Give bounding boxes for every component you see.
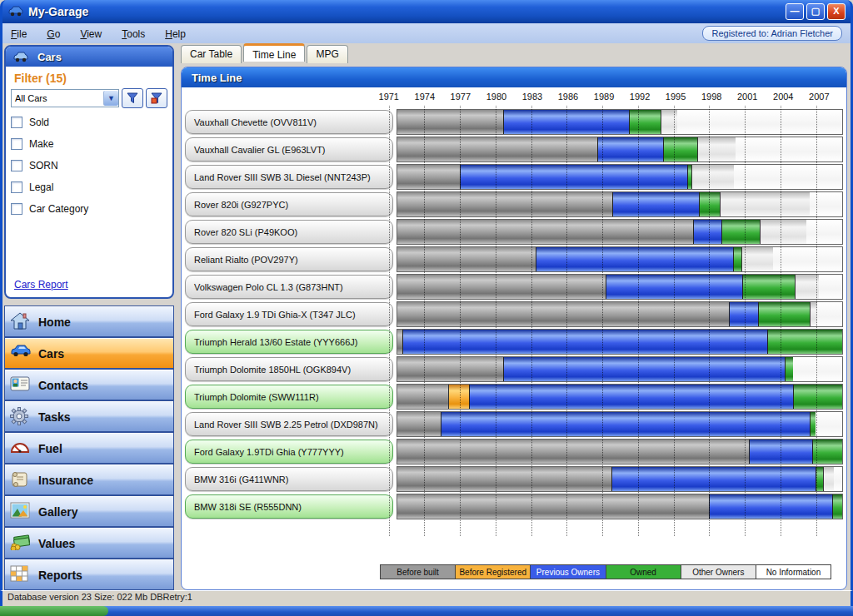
nav-label: Contacts [38,379,88,392]
segment-other-owners [697,137,737,161]
restore-button[interactable]: ▢ [806,3,825,20]
checkbox-icon[interactable] [11,160,22,171]
car-row-label[interactable]: BMW 316i (G411WNR) [185,467,393,491]
clear-filter-button[interactable] [146,88,167,108]
segment-previous-owners [693,220,722,244]
segment-no-information [819,275,842,299]
home-icon [10,312,32,332]
segment-previous-owners [503,110,629,134]
segment-before-built [397,302,729,326]
nav-reports[interactable]: Reports [5,559,173,589]
minimize-button[interactable]: — [786,3,804,20]
nav-label: Cars [38,347,64,360]
timeline-row: BMW 318i SE (R555DNN) [182,493,846,520]
cars-panel-header: Cars [6,47,172,67]
segment-previous-owners [612,192,699,216]
car-row-label[interactable]: Ford Galaxy 1.9 TDi Ghia-X (T347 JLC) [185,302,393,326]
year-tick-label: 1998 [701,92,721,102]
apply-filter-button[interactable] [122,88,143,108]
segment-previous-owners [749,440,813,464]
chevron-down-icon[interactable]: ▼ [103,91,118,106]
car-row-label[interactable]: Reliant Rialto (POV297Y) [185,247,393,271]
car-timeline-bar [397,164,843,190]
nav-insurance[interactable]: Insurance [5,464,173,494]
car-row-label[interactable]: BMW 318i SE (R555DNN) [185,494,393,519]
year-tick-label: 2004 [773,92,793,102]
segment-before-built [397,467,611,491]
car-row-label[interactable]: Land Rover SIII SWB 3L Diesel (NNT243P) [185,165,393,189]
car-row-label[interactable]: Volkswagen Polo CL 1.3 (G873HNT) [185,275,393,299]
tab-mpg[interactable]: MPG [307,45,347,63]
nav-gallery[interactable]: Gallery [5,496,173,526]
segment-no-information [677,110,842,134]
segment-no-information [734,165,842,189]
filter-dropdown[interactable]: All Cars ▼ [11,89,119,107]
legend-before-built: Before built [381,565,456,579]
segment-previous-owners [536,247,734,271]
car-row-label[interactable]: Triumph Dolomite (SWW111R) [185,385,393,409]
menu-help[interactable]: Help [165,28,186,40]
car-row-label[interactable]: Triumph Herald 13/60 Estate (YYY666J) [185,330,393,354]
legend-owned: Owned [606,565,681,579]
menu-tools[interactable]: Tools [122,28,145,40]
filter-check-car-category[interactable]: Car Category [11,203,167,215]
car-row-label[interactable]: Ford Galaxy 1.9TDi Ghia (Y777YYY) [185,440,393,464]
filter-check-sold[interactable]: Sold [11,117,167,128]
cars-report-link[interactable]: Cars Report [6,279,172,297]
segment-other-owners [760,220,810,244]
segment-owned [793,385,843,409]
segment-owned [742,275,796,299]
timeline-chart: 1971197419771980198319861989199219951998… [182,87,846,589]
timeline-row: Volkswagen Polo CL 1.3 (G873HNT) [182,273,846,301]
timeline-row: Land Rover SIII SWB 2.25 Petrol (DXD987N… [182,410,846,438]
contacts-icon [10,375,32,395]
filter-check-sorn[interactable]: SORN [11,160,167,171]
nav-contacts[interactable]: Contacts [5,370,173,400]
segment-no-information [806,220,842,244]
segment-before-built [397,440,749,464]
start-button-stub[interactable] [0,606,108,616]
menu-view[interactable]: View [80,28,102,40]
timeline-row: Triumph Dolomite 1850HL (OGK894V) [182,355,846,383]
segment-previous-owners [441,412,811,436]
car-timeline-bar [397,301,843,327]
nav-label: Gallery [38,505,77,519]
segment-before-built [397,247,536,271]
segment-before-built [397,357,503,381]
nav-fuel[interactable]: Fuel [5,433,173,463]
tab-time-line[interactable]: Time Line [243,43,305,62]
timeline-row: Land Rover SIII SWB 3L Diesel (NNT243P) [182,163,846,191]
filter-check-legal[interactable]: Legal [11,181,167,193]
segment-no-information [817,302,842,326]
nav-tasks[interactable]: Tasks [5,401,173,431]
registered-badge[interactable]: Registered to: Adrian Fletcher [702,26,842,41]
nav-cars[interactable]: Cars [5,338,173,368]
checkbox-icon[interactable] [11,117,22,128]
car-row-label[interactable]: Land Rover SIII SWB 2.25 Petrol (DXD987N… [185,412,393,436]
car-row-label[interactable]: Rover 820 SLi (P49KOO) [185,220,393,244]
nav-home[interactable]: Home [5,306,173,336]
checkbox-label: Legal [29,181,53,193]
car-row-label[interactable]: Triumph Dolomite 1850HL (OGK894V) [185,357,393,381]
year-tick-label: 2007 [809,92,829,102]
taskbar [0,606,853,616]
checkbox-icon[interactable] [11,181,22,193]
filter-check-make[interactable]: Make [11,138,167,150]
segment-before-built [397,275,606,299]
timeline-row: Triumph Dolomite (SWW111R) [182,383,846,410]
menu-go[interactable]: Go [47,28,60,40]
gear-icon [10,407,32,427]
legend-previous-owners: Previous Owners [531,565,606,579]
nav-values[interactable]: Values [5,528,173,558]
car-row-label[interactable]: Rover 820i (G927PYC) [185,192,393,216]
car-timeline-bar [397,219,843,245]
car-row-label[interactable]: Vauxhall Cavalier GL (E963LVT) [185,137,393,161]
close-button[interactable]: X [827,3,846,20]
year-tick-label: 1992 [630,92,650,102]
car-row-label[interactable]: Vauxhall Chevette (OVV811V) [185,110,393,134]
checkbox-icon[interactable] [11,138,22,150]
menu-file[interactable]: File [11,28,27,40]
timeline-row: Ford Galaxy 1.9TDi Ghia (Y777YYY) [182,438,846,465]
checkbox-icon[interactable] [11,203,22,215]
tab-car-table[interactable]: Car Table [181,45,242,63]
